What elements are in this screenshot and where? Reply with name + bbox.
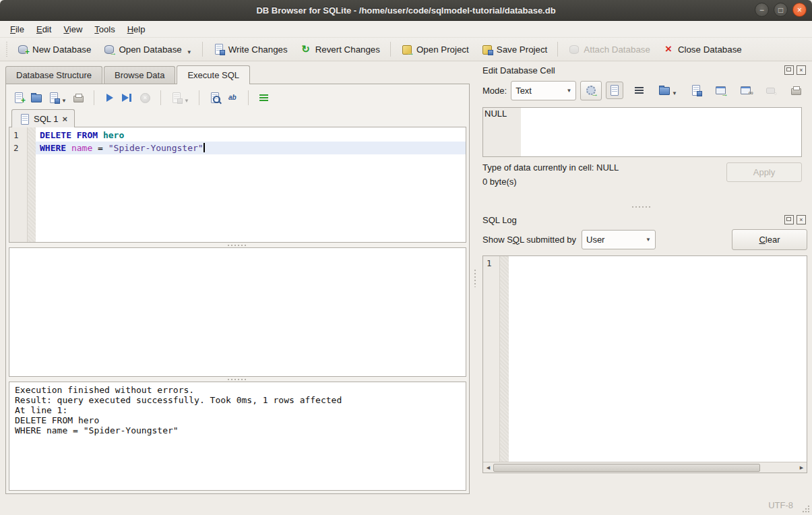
- float-icon[interactable]: [784, 65, 794, 75]
- print-button[interactable]: [72, 92, 84, 104]
- apply-settings-button[interactable]: →: [580, 81, 602, 100]
- clear-button[interactable]: Clear: [732, 229, 807, 250]
- execute-all-icon: [104, 92, 116, 104]
- menu-view[interactable]: View: [57, 22, 88, 36]
- results-grid[interactable]: [9, 247, 466, 377]
- toolbar-separator: [390, 42, 391, 57]
- execute-line-button[interactable]: [121, 92, 133, 104]
- revert-changes-button[interactable]: ↻Revert Changes: [294, 40, 386, 59]
- message-line: At line 1:: [15, 405, 460, 415]
- toolbar-separator: [160, 90, 161, 105]
- sql-editor[interactable]: 12 DELETE FROM heroWHERE name = "Spider-…: [9, 127, 466, 243]
- import-data-button[interactable]: ▼: [656, 82, 680, 99]
- find-button[interactable]: [209, 92, 221, 104]
- log-line-numbers: 1: [483, 256, 500, 462]
- execution-message-area: Execution finished without errors.Result…: [9, 382, 466, 491]
- tab-execute-sql[interactable]: Execute SQL: [177, 65, 250, 84]
- edit-cell-dock-header: Edit Database Cell ×: [477, 61, 807, 78]
- write-changes-button[interactable]: Write Changes: [207, 40, 294, 59]
- new-database-button[interactable]: +New Database: [11, 40, 97, 59]
- menu-tools[interactable]: Tools: [88, 22, 121, 36]
- editor-results-splitter[interactable]: [9, 243, 466, 247]
- print-cell-button[interactable]: [787, 82, 805, 99]
- execute-all-button[interactable]: [104, 92, 116, 104]
- close-button[interactable]: ×: [792, 3, 807, 17]
- replace-button[interactable]: ab: [226, 92, 239, 104]
- toolbar-handle[interactable]: [5, 42, 9, 57]
- message-line: WHERE name = "Spider-Youngster": [15, 425, 460, 435]
- horizontal-scrollbar[interactable]: ◀ ▶: [483, 462, 807, 473]
- open-project-icon: →: [401, 43, 413, 55]
- titlebar: DB Browser for SQLite - /home/user/code/…: [0, 0, 812, 21]
- close-database-button[interactable]: ×Close Database: [656, 40, 748, 59]
- new-tab-button[interactable]: +: [13, 92, 25, 104]
- toolbar-button-label: Close Database: [678, 44, 742, 55]
- statusbar: UTF-8: [0, 495, 812, 515]
- scroll-right-icon[interactable]: ▶: [797, 463, 807, 473]
- menu-help[interactable]: Help: [121, 22, 152, 36]
- save-sql-file-icon: [48, 92, 60, 104]
- execute-line-icon: [121, 92, 133, 104]
- token-kw: DELETE FROM: [40, 130, 103, 140]
- print-cell-icon: [790, 84, 802, 96]
- tab-browse-data[interactable]: Browse Data: [104, 66, 175, 84]
- close-icon[interactable]: ×: [797, 215, 806, 224]
- editor-fold-margin: [28, 127, 36, 242]
- close-icon[interactable]: ×: [797, 65, 806, 75]
- editor-code-area[interactable]: DELETE FROM heroWHERE name = "Spider-You…: [36, 127, 466, 242]
- cell-edit-area[interactable]: [521, 108, 801, 156]
- float-icon[interactable]: [784, 215, 794, 224]
- sql-log-view[interactable]: 1 ◀ ▶: [482, 255, 807, 473]
- toolbar-separator: [202, 42, 203, 57]
- main-tab-bar: Database StructureBrowse DataExecute SQL: [0, 64, 473, 84]
- token-tbl: hero: [103, 130, 124, 140]
- log-filter-select[interactable]: User ▼: [582, 230, 656, 249]
- chevron-down-icon: ▼: [646, 237, 651, 243]
- right-pane: Edit Database Cell × Mode: Text ▼ → ▼→∞ …: [477, 61, 812, 495]
- save-project-button[interactable]: Save Project: [475, 40, 554, 59]
- open-database-button[interactable]: →Open Database▼: [97, 40, 197, 59]
- minimize-button[interactable]: −: [755, 3, 769, 17]
- edit-cell-controls: Mode: Text ▼ → ▼→∞: [477, 78, 807, 103]
- tab-database-structure[interactable]: Database Structure: [5, 66, 102, 84]
- open-sql-file-button[interactable]: [30, 92, 42, 104]
- new-database-icon: +: [17, 43, 29, 55]
- text-mode-button[interactable]: [606, 82, 623, 99]
- resize-grip[interactable]: [801, 504, 811, 514]
- scroll-left-icon[interactable]: ◀: [483, 463, 493, 473]
- mode-select[interactable]: Text ▼: [511, 81, 576, 100]
- menu-file[interactable]: File: [4, 22, 30, 36]
- write-changes-icon: [213, 43, 225, 55]
- dock-splitter[interactable]: [477, 203, 807, 211]
- save-sql-file-button[interactable]: ▼: [48, 92, 67, 104]
- scrollbar-track[interactable]: [493, 463, 797, 473]
- edit-cell-icon-toolbar: ▼→∞: [606, 82, 807, 99]
- message-line: Result: query executed successfully. Too…: [15, 395, 460, 405]
- close-tab-icon[interactable]: ×: [62, 114, 67, 124]
- cell-editor[interactable]: NULL: [482, 107, 802, 157]
- format-sql-button[interactable]: [258, 92, 270, 104]
- open-project-button[interactable]: →Open Project: [395, 40, 475, 59]
- scrollbar-thumb[interactable]: [493, 464, 760, 472]
- open-external-button[interactable]: →: [712, 82, 730, 99]
- link-button[interactable]: ∞: [737, 82, 755, 99]
- results-messages-splitter[interactable]: [9, 377, 466, 382]
- menu-edit[interactable]: Edit: [30, 22, 57, 36]
- message-line: Execution finished without errors.: [15, 385, 460, 395]
- encoding-indicator[interactable]: UTF-8: [768, 500, 793, 510]
- open-database-icon: →: [103, 43, 115, 55]
- sql-log-title: SQL Log: [482, 215, 784, 225]
- word-wrap-button[interactable]: [631, 82, 648, 99]
- sql-log-dock-header: SQL Log ×: [477, 211, 807, 227]
- apply-button[interactable]: Apply: [726, 162, 802, 182]
- toolbar-button-label: Save Project: [497, 44, 548, 55]
- log-fold-margin[interactable]: [500, 256, 509, 462]
- edit-cell-title: Edit Database Cell: [482, 65, 784, 75]
- set-null-icon: [765, 84, 777, 96]
- sql-editor-tab[interactable]: SQL 1 ×: [11, 109, 75, 127]
- sql-tab-label: SQL 1: [34, 114, 58, 124]
- app-window: DB Browser for SQLite - /home/user/code/…: [0, 0, 812, 515]
- format-sql-icon: [258, 92, 270, 104]
- maximize-button[interactable]: □: [774, 3, 788, 17]
- export-data-button[interactable]: [687, 82, 705, 99]
